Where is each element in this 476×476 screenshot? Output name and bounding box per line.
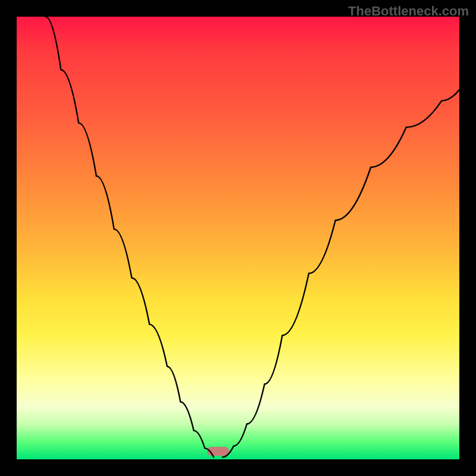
watermark-text: TheBottleneck.com [348,4,469,19]
chart-frame: TheBottleneck.com [0,0,476,476]
plot-area [17,17,459,459]
curve-right-branch [223,90,459,458]
curve-left-branch [45,17,214,457]
bottleneck-curve [17,17,459,459]
